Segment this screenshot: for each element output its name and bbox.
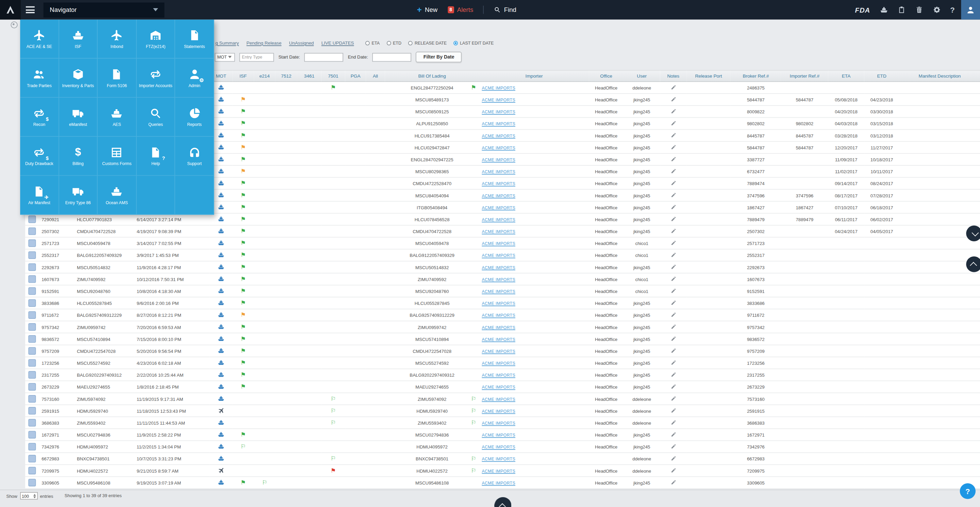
notes-pencil-icon[interactable] bbox=[670, 359, 676, 365]
importer-link[interactable]: ACME IMPORTS bbox=[482, 469, 515, 473]
importer-link[interactable]: ACME IMPORTS bbox=[482, 397, 515, 401]
menu-tile-air-manifest[interactable]: ✈Air Manifest bbox=[20, 176, 59, 215]
filter-link-live-updates[interactable]: LIVE UPDATES bbox=[321, 40, 354, 46]
port-ship-icon[interactable] bbox=[880, 6, 888, 14]
importer-link[interactable]: ACME IMPORTS bbox=[482, 445, 515, 449]
clipboard-icon[interactable] bbox=[897, 6, 905, 14]
notes-pencil-icon[interactable] bbox=[670, 168, 676, 174]
row-checkbox[interactable] bbox=[28, 215, 36, 223]
importer-link[interactable]: ACME IMPORTS bbox=[482, 349, 515, 353]
importer-link[interactable]: ACME IMPORTS bbox=[482, 217, 515, 222]
notes-pencil-icon[interactable] bbox=[670, 240, 676, 246]
hamburger-icon[interactable] bbox=[21, 0, 40, 19]
notes-pencil-icon[interactable] bbox=[670, 276, 676, 281]
mot-select[interactable]: MOT bbox=[215, 53, 235, 62]
notes-pencil-icon[interactable] bbox=[670, 252, 676, 258]
importer-link[interactable]: ACME IMPORTS bbox=[482, 277, 515, 281]
importer-link[interactable]: ACME IMPORTS bbox=[482, 121, 515, 126]
notes-pencil-icon[interactable] bbox=[670, 84, 676, 90]
menu-tile-importer-accounts[interactable]: Importer Accounts bbox=[137, 59, 175, 98]
filter-by-date-button[interactable]: Filter By Date bbox=[416, 52, 462, 62]
menu-tile-recon[interactable]: $Recon bbox=[20, 98, 59, 137]
notes-pencil-icon[interactable] bbox=[670, 383, 676, 389]
notes-pencil-icon[interactable] bbox=[670, 395, 676, 401]
filter-link-unassigned[interactable]: UnAssigned bbox=[289, 40, 314, 46]
notes-pencil-icon[interactable] bbox=[670, 287, 676, 293]
notes-pencil-icon[interactable] bbox=[670, 348, 676, 353]
importer-link[interactable]: ACME IMPORTS bbox=[482, 361, 515, 365]
importer-link[interactable]: ACME IMPORTS bbox=[482, 169, 515, 174]
importer-link[interactable]: ACME IMPORTS bbox=[482, 205, 515, 210]
row-checkbox[interactable] bbox=[28, 323, 36, 331]
importer-link[interactable]: ACME IMPORTS bbox=[482, 109, 515, 114]
importer-link[interactable]: ACME IMPORTS bbox=[482, 157, 515, 162]
notes-pencil-icon[interactable] bbox=[670, 407, 676, 413]
row-checkbox[interactable] bbox=[28, 347, 36, 355]
importer-link[interactable]: ACME IMPORTS bbox=[482, 456, 515, 461]
menu-tile-ocean-ams[interactable]: Ocean AMS bbox=[98, 176, 137, 215]
gear-icon[interactable] bbox=[932, 6, 940, 14]
row-checkbox[interactable] bbox=[28, 431, 36, 438]
menu-tile-queries[interactable]: Queries bbox=[137, 98, 175, 137]
help-icon[interactable]: ? bbox=[950, 5, 955, 14]
menu-tile-isf[interactable]: ISF bbox=[59, 19, 98, 59]
row-checkbox[interactable] bbox=[28, 359, 36, 367]
importer-link[interactable]: ACME IMPORTS bbox=[482, 421, 515, 425]
notes-pencil-icon[interactable] bbox=[670, 180, 676, 186]
row-checkbox[interactable] bbox=[28, 252, 36, 259]
row-checkbox[interactable] bbox=[28, 407, 36, 415]
notes-pencil-icon[interactable] bbox=[670, 120, 676, 126]
importer-link[interactable]: ACME IMPORTS bbox=[482, 229, 515, 233]
trash-icon[interactable] bbox=[915, 6, 923, 14]
radio-etd[interactable]: ETD bbox=[387, 41, 401, 45]
row-checkbox[interactable] bbox=[28, 467, 36, 474]
navigator-dropdown[interactable]: Navigator bbox=[43, 2, 164, 17]
user-avatar[interactable] bbox=[961, 0, 980, 19]
importer-link[interactable]: ACME IMPORTS bbox=[482, 193, 515, 197]
find-button[interactable]: Find bbox=[494, 6, 516, 13]
menu-tile-inventory-parts[interactable]: Inventory & Parts bbox=[59, 59, 98, 98]
row-checkbox[interactable] bbox=[28, 443, 36, 451]
menu-tile-help[interactable]: ?Help bbox=[137, 137, 175, 176]
row-checkbox[interactable] bbox=[28, 275, 36, 283]
start-date-input[interactable] bbox=[304, 53, 344, 62]
notes-pencil-icon[interactable] bbox=[670, 216, 676, 222]
menu-tile-ace-ae-se[interactable]: ACE AE & SE bbox=[20, 19, 59, 59]
importer-link[interactable]: ACME IMPORTS bbox=[482, 480, 515, 485]
importer-link[interactable]: ACME IMPORTS bbox=[482, 133, 515, 138]
filter-link-g-summary[interactable]: g Summary bbox=[215, 40, 239, 46]
importer-link[interactable]: ACME IMPORTS bbox=[482, 85, 515, 90]
entry-type-input[interactable] bbox=[239, 53, 274, 62]
importer-link[interactable]: ACME IMPORTS bbox=[482, 145, 515, 150]
help-fab-button[interactable]: ? bbox=[960, 483, 975, 499]
menu-tile-support[interactable]: Support bbox=[175, 137, 214, 176]
importer-link[interactable]: ACME IMPORTS bbox=[482, 373, 515, 377]
row-checkbox[interactable] bbox=[28, 287, 36, 295]
notes-pencil-icon[interactable] bbox=[670, 96, 676, 102]
menu-tile-form-5106[interactable]: Form 5106 bbox=[98, 59, 137, 98]
menu-tile-aes[interactable]: AES bbox=[98, 98, 137, 137]
notes-pencil-icon[interactable] bbox=[670, 132, 676, 138]
show-entries-select[interactable]: 100 bbox=[20, 492, 37, 499]
menu-tile-ftz-e214[interactable]: FTZ(e214) bbox=[137, 19, 175, 59]
notes-pencil-icon[interactable] bbox=[670, 335, 676, 341]
notes-pencil-icon[interactable] bbox=[670, 371, 676, 377]
radio-eta[interactable]: ETA bbox=[365, 41, 380, 45]
importer-link[interactable]: ACME IMPORTS bbox=[482, 301, 515, 305]
importer-link[interactable]: ACME IMPORTS bbox=[482, 337, 515, 341]
notes-pencil-icon[interactable] bbox=[670, 108, 676, 114]
row-checkbox[interactable] bbox=[28, 227, 36, 235]
menu-tile-emanifest[interactable]: eManifest bbox=[59, 98, 98, 137]
menu-tile-billing[interactable]: $Billing bbox=[59, 137, 98, 176]
notes-pencil-icon[interactable] bbox=[670, 324, 676, 329]
menu-tile-customs-forms[interactable]: Customs Forms bbox=[98, 137, 137, 176]
new-button[interactable]: + New bbox=[417, 6, 438, 14]
notes-pencil-icon[interactable] bbox=[670, 228, 676, 233]
notes-pencil-icon[interactable] bbox=[670, 431, 676, 437]
importer-link[interactable]: ACME IMPORTS bbox=[482, 313, 515, 317]
radio-last-edit-date[interactable]: LAST EDIT DATE bbox=[454, 41, 494, 45]
row-checkbox[interactable] bbox=[28, 455, 36, 462]
notes-pencil-icon[interactable] bbox=[670, 467, 676, 473]
radio-release-date[interactable]: RELEASE DATE bbox=[408, 41, 447, 45]
notes-pencil-icon[interactable] bbox=[670, 144, 676, 150]
